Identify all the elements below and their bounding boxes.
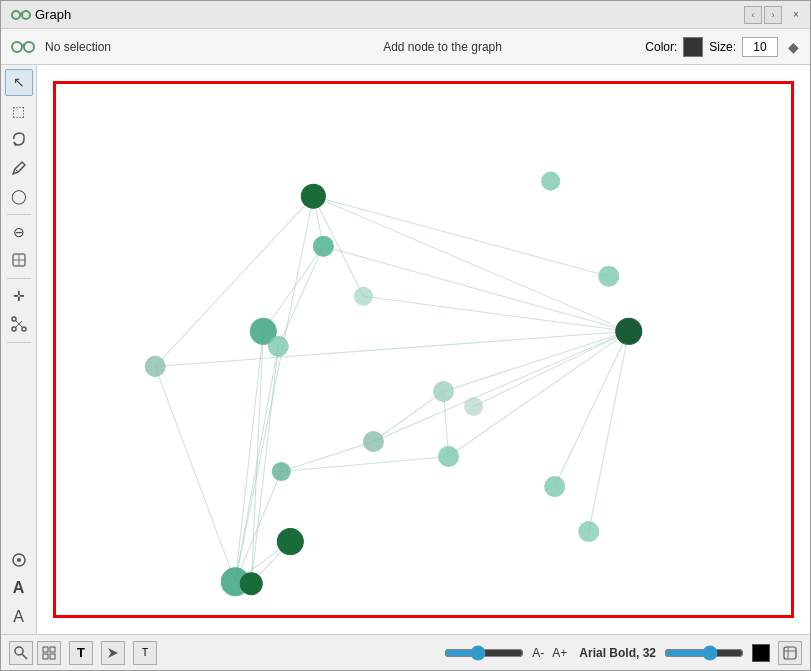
svg-line-22 [155, 331, 629, 366]
add-node-tool[interactable] [5, 546, 33, 573]
move-tool[interactable]: ✛ [5, 282, 33, 309]
svg-line-31 [235, 346, 278, 581]
svg-point-3 [24, 42, 34, 52]
svg-point-59 [240, 573, 262, 595]
size-input[interactable] [742, 37, 778, 57]
size-label: Size: [709, 40, 736, 54]
font-color-swatch[interactable] [752, 644, 770, 662]
svg-line-29 [235, 331, 263, 581]
text-tool-bottom[interactable]: A [5, 603, 33, 630]
svg-line-35 [155, 366, 235, 581]
main-area: ↖ ⬚ ◯ ⊖ ✛ A A [1, 65, 810, 634]
svg-rect-66 [43, 654, 48, 659]
toolbar-app-icon [9, 33, 37, 61]
lasso-tool[interactable] [5, 126, 33, 153]
svg-line-37 [263, 246, 323, 331]
svg-line-39 [373, 391, 443, 441]
svg-point-54 [363, 431, 383, 451]
svg-line-28 [589, 331, 629, 531]
left-toolbar: ↖ ⬚ ◯ ⊖ ✛ A A [1, 65, 37, 634]
svg-rect-68 [784, 647, 796, 659]
svg-point-46 [354, 287, 372, 305]
svg-point-44 [542, 172, 560, 190]
marquee-tool[interactable]: ⬚ [5, 98, 33, 125]
svg-line-38 [278, 246, 323, 346]
svg-point-43 [301, 184, 325, 208]
selection-status: No selection [45, 40, 240, 54]
svg-line-27 [555, 331, 629, 486]
sep3 [7, 342, 31, 343]
svg-point-2 [12, 42, 22, 52]
toolbar-right: Color: Size: ◆ [645, 37, 802, 57]
title-bar: Graph ‹ › × [1, 1, 810, 29]
hand-tool[interactable] [5, 247, 33, 274]
svg-point-45 [313, 236, 333, 256]
svg-point-50 [616, 318, 642, 344]
main-window: Graph ‹ › × No selection Add node to the… [0, 0, 811, 671]
svg-point-8 [22, 327, 26, 331]
sep1 [7, 214, 31, 215]
svg-point-61 [579, 522, 599, 542]
nav-back[interactable]: ‹ [744, 6, 762, 24]
slider-left[interactable] [444, 645, 524, 661]
svg-point-52 [434, 381, 454, 401]
zoom-icon-btn[interactable] [9, 641, 33, 665]
action-hint: Add node to the graph [248, 40, 638, 54]
text-btn[interactable]: T [69, 641, 93, 665]
svg-line-23 [444, 331, 629, 391]
svg-point-55 [439, 446, 459, 466]
svg-point-1 [22, 11, 30, 19]
nav-buttons: ‹ › [744, 6, 782, 24]
extra-btn[interactable] [778, 641, 802, 665]
svg-line-30 [251, 331, 263, 583]
svg-rect-64 [43, 647, 48, 652]
size-spinbox-icon[interactable]: ◆ [784, 38, 802, 56]
view-group [9, 641, 61, 665]
svg-point-62 [15, 647, 23, 655]
edit-tool[interactable] [5, 155, 33, 182]
svg-point-53 [465, 397, 483, 415]
graph-svg[interactable] [53, 81, 794, 634]
svg-line-26 [449, 331, 629, 456]
svg-point-7 [12, 317, 16, 321]
grid-btn[interactable] [37, 641, 61, 665]
svg-point-10 [12, 327, 16, 331]
font-size-minus[interactable]: A- [532, 646, 544, 660]
font-tool[interactable]: A [5, 575, 33, 602]
main-toolbar: No selection Add node to the graph Color… [1, 29, 810, 65]
color-picker[interactable] [683, 37, 703, 57]
svg-line-42 [281, 457, 448, 472]
svg-line-63 [22, 654, 27, 659]
svg-line-32 [251, 346, 278, 583]
svg-point-49 [145, 356, 165, 376]
close-button[interactable]: × [788, 7, 804, 23]
sep2 [7, 278, 31, 279]
svg-rect-67 [50, 654, 55, 659]
svg-point-56 [272, 463, 290, 481]
color-label: Color: [645, 40, 677, 54]
connect-tool[interactable] [5, 311, 33, 338]
svg-line-18 [155, 196, 313, 366]
svg-point-13 [17, 558, 21, 562]
select-tool[interactable]: ↖ [5, 69, 33, 96]
svg-point-60 [545, 477, 565, 497]
text-small-btn[interactable]: T [133, 641, 157, 665]
canvas-area[interactable] [37, 65, 810, 634]
font-size-plus[interactable]: A+ [552, 646, 567, 660]
svg-point-48 [268, 336, 288, 356]
svg-point-51 [599, 266, 619, 286]
zoom-tool[interactable]: ⊖ [5, 219, 33, 246]
slider-right[interactable] [664, 645, 744, 661]
svg-point-0 [12, 11, 20, 19]
nav-forward[interactable]: › [764, 6, 782, 24]
arrow-btn[interactable] [101, 641, 125, 665]
svg-line-19 [235, 196, 313, 582]
svg-line-14 [313, 196, 628, 331]
window-title: Graph [35, 7, 744, 22]
svg-rect-65 [50, 647, 55, 652]
font-name-display: Arial Bold, 32 [579, 646, 656, 660]
app-icon [7, 1, 35, 29]
svg-line-15 [313, 196, 608, 276]
eraser-tool[interactable]: ◯ [5, 183, 33, 210]
svg-line-24 [474, 331, 629, 406]
